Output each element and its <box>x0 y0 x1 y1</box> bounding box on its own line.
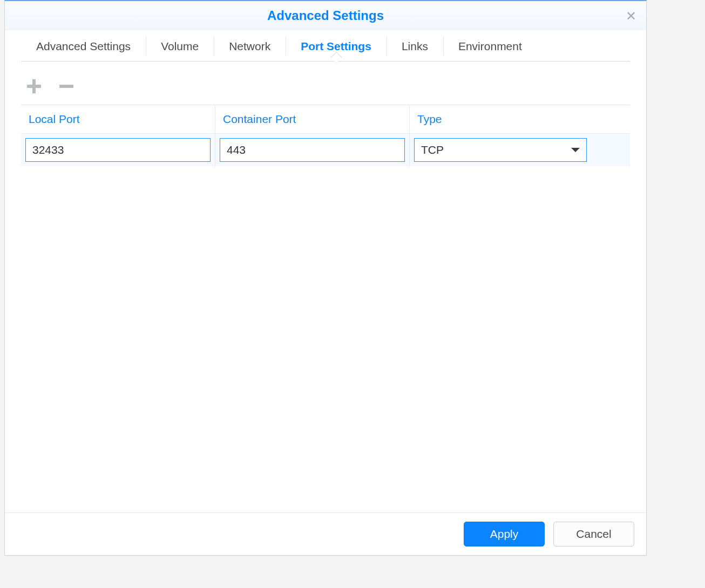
tab-label: Links <box>402 40 428 53</box>
dialog-title: Advanced Settings <box>267 8 384 23</box>
plus-icon[interactable] <box>25 78 43 95</box>
cell-local-port <box>21 134 215 166</box>
tab-advanced-settings[interactable]: Advanced Settings <box>21 31 146 61</box>
tab-label: Network <box>229 40 270 53</box>
tab-content: Local Port Container Port Type TCP <box>5 61 646 512</box>
minus-icon[interactable] <box>58 78 75 95</box>
table-row[interactable]: TCP <box>21 134 630 166</box>
col-header-local-port[interactable]: Local Port <box>21 105 215 134</box>
close-icon[interactable]: ✕ <box>626 10 636 23</box>
apply-button[interactable]: Apply <box>464 522 545 546</box>
tabs-container: Advanced Settings Volume Network Port Se… <box>5 30 646 61</box>
tab-port-settings[interactable]: Port Settings <box>286 31 387 61</box>
cancel-label: Cancel <box>576 528 611 541</box>
container-port-input[interactable] <box>220 138 405 162</box>
table-header-row: Local Port Container Port Type <box>21 105 630 134</box>
chevron-down-icon <box>571 148 580 152</box>
tab-label: Volume <box>161 40 199 53</box>
apply-label: Apply <box>490 528 519 541</box>
table-toolbar <box>21 74 630 105</box>
tab-network[interactable]: Network <box>214 31 286 61</box>
advanced-settings-dialog: Advanced Settings ✕ Advanced Settings Vo… <box>4 0 647 556</box>
tabs: Advanced Settings Volume Network Port Se… <box>21 31 630 61</box>
tab-volume[interactable]: Volume <box>146 31 214 61</box>
type-select[interactable]: TCP <box>414 138 587 162</box>
port-table: Local Port Container Port Type TCP <box>21 105 630 166</box>
svg-rect-1 <box>27 85 41 88</box>
dialog-footer: Apply Cancel <box>5 512 646 555</box>
tab-label: Port Settings <box>301 40 371 53</box>
col-header-container-port[interactable]: Container Port <box>215 105 410 134</box>
tab-label: Environment <box>458 40 522 53</box>
cancel-button[interactable]: Cancel <box>553 522 634 546</box>
local-port-input[interactable] <box>25 138 211 162</box>
tab-label: Advanced Settings <box>36 40 131 53</box>
dialog-titlebar: Advanced Settings ✕ <box>5 1 646 30</box>
tab-links[interactable]: Links <box>387 31 443 61</box>
cell-container-port <box>215 134 410 166</box>
svg-rect-2 <box>59 85 73 88</box>
cell-type: TCP <box>410 134 630 166</box>
type-select-value: TCP <box>421 143 444 156</box>
col-header-type[interactable]: Type <box>410 105 630 134</box>
tab-environment[interactable]: Environment <box>443 31 537 61</box>
